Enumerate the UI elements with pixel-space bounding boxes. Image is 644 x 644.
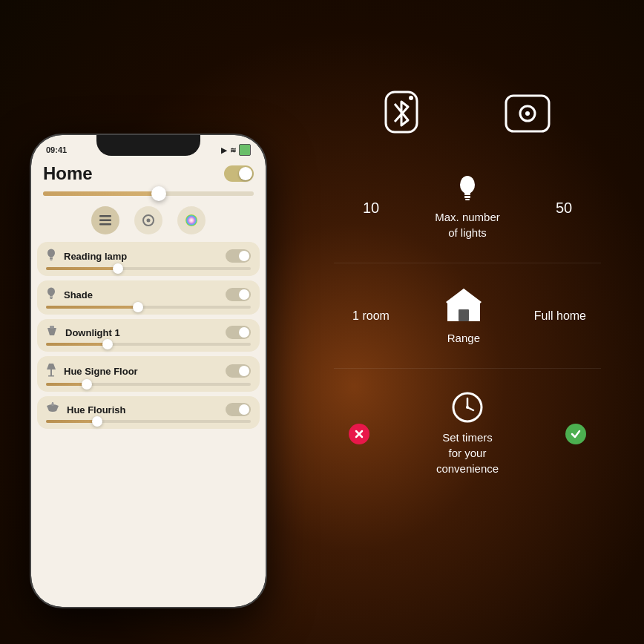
phone-frame: 09:41 ▶ ≋ ▓ Home: [30, 134, 267, 608]
tab-scenes-icon[interactable]: [134, 206, 162, 234]
bridge-svg: [503, 93, 552, 134]
bluetooth-icon: [383, 89, 420, 138]
divider-2: [334, 368, 601, 369]
svg-point-25: [525, 111, 530, 116]
svg-marker-14: [47, 328, 56, 335]
svg-point-4: [147, 219, 151, 223]
svg-rect-27: [464, 193, 470, 195]
light-slider[interactable]: [46, 267, 251, 270]
svg-point-10: [47, 288, 55, 296]
svg-point-22: [409, 96, 413, 100]
slider-thumb: [133, 302, 143, 312]
range-center: Range: [419, 286, 508, 346]
home-toggle[interactable]: [224, 165, 254, 182]
brightness-slider[interactable]: [43, 191, 254, 196]
phone-screen: 09:41 ▶ ≋ ▓ Home: [31, 135, 266, 607]
light-slider[interactable]: [46, 420, 251, 423]
tab-row: [31, 202, 266, 242]
phone-mockup: 09:41 ▶ ≋ ▓ Home: [30, 134, 282, 608]
timers-yes-icon: [565, 424, 586, 444]
light-toggle[interactable]: [226, 288, 251, 301]
light-item-shade: Shade: [37, 280, 260, 315]
svg-rect-0: [99, 215, 111, 217]
toggle-knob: [239, 366, 249, 376]
brightness-thumb: [151, 186, 166, 201]
slider-fill: [46, 306, 138, 309]
timers-center: Set timersfor yourconvenience: [423, 391, 512, 476]
slider-fill: [46, 267, 118, 270]
downlight-icon: [46, 325, 58, 340]
bulb-large-icon: [457, 175, 478, 203]
svg-rect-11: [50, 295, 53, 297]
slider-fill: [46, 343, 108, 346]
svg-point-26: [460, 176, 475, 194]
light-toggle[interactable]: [226, 364, 251, 378]
light-slider[interactable]: [46, 343, 251, 346]
max-lights-right: 50: [542, 200, 586, 217]
light-item-signe-floor: Hue Signe Floor: [37, 356, 260, 392]
svg-rect-28: [464, 196, 470, 198]
floor-lamp-icon: [46, 362, 56, 380]
bulb-icon: [46, 286, 56, 303]
toggle-knob: [239, 327, 249, 338]
light-item-downlight: Downlight 1: [37, 319, 260, 352]
light-name: Hue Flourish: [67, 404, 125, 415]
light-toggle[interactable]: [226, 326, 251, 339]
light-name: Reading lamp: [64, 251, 127, 262]
light-list: Reading lamp: [31, 242, 266, 433]
svg-marker-16: [47, 364, 56, 369]
bulb-icon: [46, 248, 56, 264]
svg-point-38: [466, 406, 469, 409]
light-item-reading-lamp: Reading lamp: [37, 242, 260, 276]
light-toggle[interactable]: [226, 403, 251, 416]
tab-list-icon[interactable]: [91, 206, 119, 234]
phone-notch: [96, 135, 200, 156]
top-icons-row: [312, 74, 623, 153]
svg-rect-8: [50, 258, 53, 260]
toggle-knob: [239, 251, 249, 261]
wifi-icon: ≋: [230, 146, 236, 154]
slider-thumb: [102, 339, 113, 349]
battery-icon: ▓: [239, 144, 251, 156]
svg-point-5: [185, 214, 197, 226]
svg-rect-18: [48, 375, 54, 377]
light-name: Hue Signe Floor: [64, 366, 138, 377]
toggle-knob: [239, 167, 252, 180]
light-slider[interactable]: [46, 383, 251, 386]
svg-rect-29: [465, 199, 470, 200]
tab-color-icon[interactable]: [177, 206, 206, 234]
light-item-flourish: Hue Flourish: [37, 396, 260, 429]
svg-rect-9: [50, 260, 53, 260]
toggle-knob: [239, 404, 249, 415]
slider-fill: [46, 420, 97, 423]
svg-rect-7: [50, 257, 53, 258]
divider-1: [334, 263, 601, 263]
ceiling-lamp-icon: [46, 402, 59, 417]
svg-rect-1: [99, 220, 111, 222]
timers-label: Set timersfor yourconvenience: [436, 430, 499, 476]
svg-rect-15: [50, 326, 54, 329]
slider-thumb: [92, 416, 102, 427]
max-lights-section: 10 Max. numberof lights 50: [326, 160, 608, 255]
slider-fill: [46, 383, 87, 386]
max-lights-left: 10: [349, 200, 393, 217]
home-header: Home: [31, 159, 266, 191]
brightness-fill: [43, 191, 159, 196]
max-lights-label: Max. numberof lights: [435, 209, 500, 240]
slider-thumb: [82, 379, 92, 390]
range-section: 1 room Range Full home: [326, 271, 608, 361]
light-name: Shade: [64, 289, 93, 300]
svg-rect-12: [50, 297, 53, 298]
status-icons: ▶ ≋ ▓: [221, 144, 251, 156]
light-slider[interactable]: [46, 306, 251, 309]
light-toggle[interactable]: [226, 249, 251, 263]
light-name: Downlight 1: [65, 327, 120, 338]
svg-rect-2: [99, 223, 111, 226]
slider-thumb: [113, 263, 123, 274]
svg-rect-13: [50, 298, 53, 299]
range-right: Full home: [534, 309, 586, 323]
bluetooth-svg: [383, 89, 420, 138]
svg-rect-17: [50, 369, 52, 375]
range-left: 1 room: [349, 309, 393, 323]
clock-icon: [451, 391, 484, 424]
